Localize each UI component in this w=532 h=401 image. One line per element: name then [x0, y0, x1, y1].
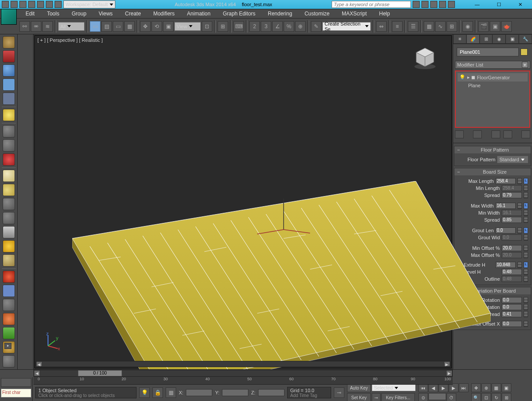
tab-display[interactable]: ▣: [506, 34, 519, 44]
wind-icon[interactable]: [3, 313, 15, 325]
current-frame-input[interactable]: [429, 393, 446, 400]
set-key-icon[interactable]: ⊸: [372, 393, 381, 401]
prev-frame-icon[interactable]: ◀: [429, 383, 438, 392]
maximize-button[interactable]: ☐: [489, 0, 509, 9]
render-icon[interactable]: 🫖: [501, 21, 512, 32]
spinner-snap-icon[interactable]: ⊕: [295, 21, 306, 32]
lock-icon[interactable]: L: [524, 262, 528, 268]
comm-center-icon[interactable]: ⊸: [334, 387, 344, 398]
menu-group[interactable]: Group: [66, 9, 92, 18]
schematic-icon[interactable]: ⊞: [447, 21, 457, 32]
sphere-icon[interactable]: [3, 64, 15, 77]
rollout-header[interactable]: −Floor Pattern: [454, 146, 531, 153]
mirror-icon[interactable]: ⇔: [376, 21, 387, 32]
grout-len-spinner[interactable]: 0.0: [495, 227, 516, 234]
panel-icon[interactable]: [3, 78, 15, 91]
lock-icon[interactable]: L: [524, 178, 528, 184]
modifier-stack[interactable]: 💡 ▸ ◼ FloorGenerator Plane: [455, 71, 530, 128]
grid-icon[interactable]: [3, 93, 15, 105]
spinner-arrows[interactable]: [524, 276, 528, 282]
select-manipulate-icon[interactable]: ⊞: [218, 21, 228, 32]
spread2-spinner[interactable]: 0.85: [502, 217, 522, 223]
menu-grapheditors[interactable]: Graph Editors: [217, 9, 262, 18]
helper-icon[interactable]: [3, 153, 15, 166]
spinner-arrows[interactable]: [517, 262, 522, 268]
menu-maxscript[interactable]: MAXScript: [336, 9, 373, 18]
max-ox-spinner[interactable]: 0.0: [502, 321, 522, 327]
menu-views[interactable]: Views: [92, 9, 119, 18]
expand-icon[interactable]: ▸ ◼: [467, 74, 475, 80]
menu-modifiers[interactable]: Modifiers: [147, 9, 181, 18]
time-ruler[interactable]: 0 10 20 30 40 50 60 70 80 90 100: [33, 377, 453, 385]
help-search-input[interactable]: [332, 1, 411, 8]
setkey-button[interactable]: Set Key: [347, 393, 371, 401]
floor-pattern-dropdown[interactable]: Standard: [497, 156, 528, 163]
visibility-icon[interactable]: 💡: [459, 74, 466, 80]
exchange-icon[interactable]: [430, 1, 437, 8]
menu-rendering[interactable]: Rendering: [262, 9, 298, 18]
min-length-spinner[interactable]: 258.4: [502, 185, 522, 191]
menu-create[interactable]: Create: [119, 9, 147, 18]
max-width-spinner[interactable]: 16.1: [495, 203, 516, 209]
key-mode-icon[interactable]: ⊙: [418, 393, 428, 401]
make-unique-icon[interactable]: [491, 130, 500, 138]
key-icon[interactable]: [421, 1, 429, 8]
spinner-arrows[interactable]: [524, 252, 528, 258]
extrude-spinner[interactable]: 10.848: [495, 262, 516, 268]
graphite-icon[interactable]: ▦: [424, 21, 434, 32]
menu-edit[interactable]: Edit: [19, 9, 41, 18]
menu-help[interactable]: Help: [373, 9, 396, 18]
particle-icon[interactable]: [3, 271, 15, 283]
spinner-arrows[interactable]: [524, 185, 528, 191]
rotate-icon[interactable]: ⟲: [151, 21, 162, 32]
y-coord-input[interactable]: [222, 389, 248, 396]
mini-listener-input[interactable]: First char: [1, 389, 31, 397]
time-slider-thumb[interactable]: 0 / 100: [78, 370, 122, 376]
z-coord-input[interactable]: [258, 389, 284, 396]
snow-icon[interactable]: [3, 299, 15, 311]
grout-wid-spinner[interactable]: 0.0: [502, 234, 522, 241]
lock-icon[interactable]: L: [524, 203, 528, 209]
spinner-arrows[interactable]: [517, 178, 522, 184]
fov-icon[interactable]: ▣: [502, 383, 511, 392]
unlink-icon[interactable]: ⚮: [31, 21, 41, 32]
rendered-frame-icon[interactable]: ▣: [490, 21, 500, 32]
orbit-icon[interactable]: ↻: [491, 393, 501, 401]
grass-icon[interactable]: [3, 327, 15, 339]
pan-icon[interactable]: ✥: [471, 383, 481, 392]
menu-customize[interactable]: Customize: [298, 9, 336, 18]
star-icon[interactable]: [3, 240, 15, 252]
rollout-header[interactable]: −Board Size: [454, 168, 531, 175]
edit-named-sel-icon[interactable]: ✎: [311, 21, 321, 32]
bevel-spinner[interactable]: 0.48: [502, 269, 522, 275]
select-region-icon[interactable]: ▭: [113, 21, 123, 32]
max-length-spinner[interactable]: 258.4: [495, 178, 516, 184]
tab-create[interactable]: ✳: [453, 34, 466, 44]
light-icon[interactable]: [3, 109, 15, 121]
link-icon[interactable]: [55, 1, 62, 8]
select-object-icon[interactable]: ▭: [90, 21, 100, 32]
window-crossing-icon[interactable]: ▦: [124, 21, 135, 32]
zoom-icon[interactable]: 🔍: [471, 393, 481, 401]
time-next-icon[interactable]: ►: [446, 370, 452, 376]
time-slider[interactable]: ◄ 0 / 100 ►: [33, 370, 453, 377]
new-icon[interactable]: [11, 1, 18, 8]
lock-icon[interactable]: L: [524, 227, 528, 234]
move-icon[interactable]: ✥: [140, 21, 151, 32]
tab-utilities[interactable]: 🔧: [519, 34, 532, 44]
arc-rotate-icon[interactable]: ⊕: [481, 383, 491, 392]
viewport-scrollbar-h[interactable]: ◄►: [36, 361, 451, 367]
align-icon[interactable]: ≡: [392, 21, 403, 32]
tab-hierarchy[interactable]: ⊞: [480, 34, 493, 44]
viewport-label[interactable]: [ + ] [ Perspective ] [ Realistic ]: [37, 37, 103, 43]
use-pivot-icon[interactable]: ⊡: [202, 21, 212, 32]
view-cube[interactable]: [412, 45, 438, 71]
help-icon[interactable]: [448, 1, 455, 8]
percent-snap-icon[interactable]: %: [284, 21, 294, 32]
outline-spinner[interactable]: 0.48: [502, 276, 522, 282]
macro-recorder[interactable]: [1, 378, 31, 387]
play-icon[interactable]: ▶: [439, 383, 448, 392]
next-frame-icon[interactable]: ▶: [449, 383, 458, 392]
cone-icon[interactable]: [3, 226, 15, 238]
favorite-icon[interactable]: [439, 1, 446, 8]
